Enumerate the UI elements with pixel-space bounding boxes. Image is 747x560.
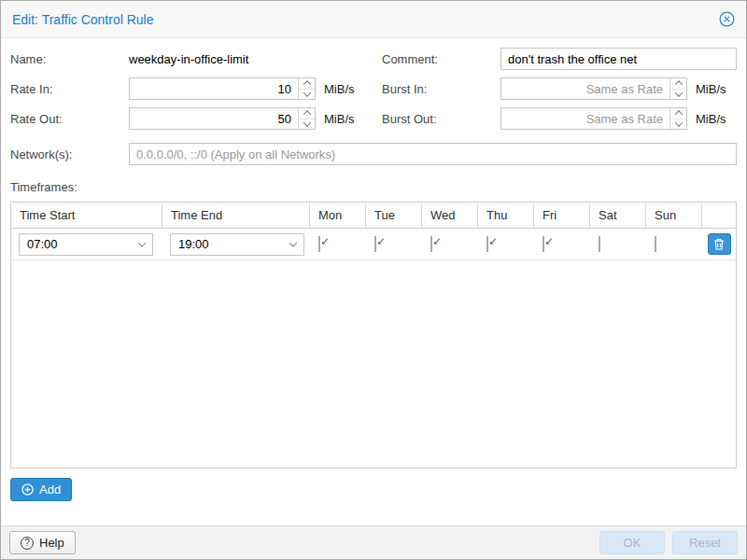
rate-out-increment-icon[interactable] [299,108,315,119]
time-start-cell: 07:00 [11,233,162,256]
rate-out-label: Rate Out: [10,112,129,126]
rate-in-decrement-icon[interactable] [299,89,315,100]
burst-in-label: Burst In: [382,82,500,96]
mon-cell [310,237,366,251]
timeframes-table-header: Time Start Time End Mon Tue Wed Thu Fri … [11,203,736,229]
burst-in-unit: MiB/s [696,82,726,96]
burst-in-input[interactable] [500,77,687,100]
burst-out-spinner-field [500,107,687,130]
column-header-sun[interactable]: Sun [646,203,702,228]
fri-cell [534,237,590,251]
rate-out-row: Rate Out: MiB/s [10,107,365,130]
time-start-value: 07:00 [27,237,58,251]
column-header-mon[interactable]: Mon [310,203,366,228]
networks-input[interactable] [129,143,737,165]
form-right-column: Comment: Burst In: MiB/s Burst O [378,48,737,130]
dialog-header: Edit: Traffic Control Rule [1,1,746,38]
networks-label: Network(s): [10,147,129,161]
column-header-fri[interactable]: Fri [534,203,590,228]
name-row: Name: weekday-in-office-limit [10,48,365,70]
burst-in-row: Burst In: MiB/s [382,77,737,100]
timeframes-label: Timeframes: [10,180,737,194]
rate-in-row: Rate In: MiB/s [10,77,365,100]
column-header-tue[interactable]: Tue [366,203,422,228]
footer-actions: OK Reset [599,531,738,554]
burst-in-decrement-icon[interactable] [670,89,686,100]
tue-checkbox[interactable] [374,236,376,252]
burst-out-increment-icon[interactable] [670,108,686,119]
burst-out-row: Burst Out: MiB/s [382,107,737,130]
add-bar: Add [10,478,737,501]
delete-row-button[interactable] [708,233,731,255]
reset-button[interactable]: Reset [672,531,738,554]
burst-in-spinner-field [500,77,687,100]
rate-out-decrement-icon[interactable] [299,119,315,130]
sun-checkbox[interactable] [655,236,656,252]
mon-checkbox[interactable] [318,236,320,252]
rate-out-spinner-field [129,107,316,130]
trash-icon [713,238,725,250]
rate-in-spinner-field [129,77,316,100]
table-empty-area [11,260,736,468]
time-start-select[interactable]: 07:00 [19,233,153,256]
burst-out-label: Burst Out: [382,112,500,126]
rate-out-unit: MiB/s [324,112,355,126]
burst-out-decrement-icon[interactable] [670,119,686,130]
comment-row: Comment: [382,48,737,70]
networks-row: Network(s): [10,143,737,165]
burst-out-input[interactable] [500,107,687,130]
rate-out-spinners [298,108,315,129]
timeframes-table: Time Start Time End Mon Tue Wed Thu Fri … [10,202,737,469]
chevron-down-icon [289,239,297,246]
time-end-value: 19:00 [178,237,209,251]
close-icon[interactable] [719,11,735,27]
help-button[interactable]: ? Help [9,531,76,554]
tue-cell [366,237,422,251]
help-button-label: Help [39,536,64,550]
burst-out-unit: MiB/s [696,112,726,126]
thu-checkbox[interactable] [486,236,488,252]
chevron-down-icon [138,239,146,246]
time-end-cell: 19:00 [162,233,310,256]
dialog-title: Edit: Traffic Control Rule [12,12,153,27]
burst-in-increment-icon[interactable] [670,78,686,89]
thu-cell [478,237,534,251]
table-row: 07:00 19:00 [11,229,736,260]
time-end-select[interactable]: 19:00 [170,233,304,256]
column-header-sat[interactable]: Sat [590,203,646,228]
fri-checkbox[interactable] [543,236,544,252]
rate-in-spinners [298,78,315,99]
name-value: weekday-in-office-limit [129,52,248,66]
burst-in-spinners [669,78,686,99]
name-label: Name: [10,52,129,66]
dialog-footer: ? Help OK Reset [1,525,746,559]
rate-out-input[interactable] [129,107,316,130]
plus-circle-icon [21,483,34,496]
dialog-body: Name: weekday-in-office-limit Rate In: M… [1,38,746,525]
wed-cell [422,237,478,251]
sat-checkbox[interactable] [599,236,600,252]
rate-in-increment-icon[interactable] [299,78,315,89]
add-button-label: Add [39,483,61,497]
ok-button[interactable]: OK [599,531,665,554]
comment-input[interactable] [500,48,737,70]
comment-label: Comment: [382,52,500,66]
column-header-wed[interactable]: Wed [422,203,478,228]
sun-cell [646,237,702,251]
rate-in-label: Rate In: [10,82,129,96]
column-header-time-end[interactable]: Time End [162,203,310,228]
column-header-thu[interactable]: Thu [478,203,534,228]
form-left-column: Name: weekday-in-office-limit Rate In: M… [10,48,378,130]
column-header-time-start[interactable]: Time Start [11,203,162,228]
row-actions-cell [702,233,736,255]
edit-traffic-control-rule-dialog: Edit: Traffic Control Rule Name: weekday… [0,0,747,560]
rate-in-input[interactable] [129,77,316,100]
add-button[interactable]: Add [10,478,72,501]
rate-in-unit: MiB/s [324,82,355,96]
column-header-actions [702,203,736,228]
form-columns: Name: weekday-in-office-limit Rate In: M… [10,48,737,130]
sat-cell [590,237,646,251]
wed-checkbox[interactable] [430,236,432,252]
question-mark-icon: ? [21,537,34,550]
burst-out-spinners [669,108,686,129]
